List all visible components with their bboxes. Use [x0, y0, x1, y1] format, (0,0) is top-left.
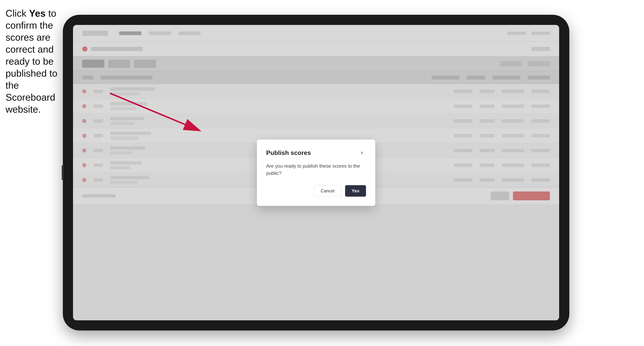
modal-body: Are you ready to publish these scores to…	[266, 163, 366, 177]
modal-title: Publish scores	[266, 149, 311, 156]
instruction-prefix: Click	[6, 8, 29, 19]
tablet-screen: Publish scores × Are you ready to publis…	[73, 25, 559, 320]
instruction-text: Click Yes to confirm the scores are corr…	[6, 7, 59, 115]
yes-button[interactable]: Yes	[345, 185, 366, 197]
modal-footer: Cancel Yes	[266, 185, 366, 197]
modal-header: Publish scores ×	[266, 149, 366, 157]
cancel-button[interactable]: Cancel	[314, 185, 342, 197]
modal-overlay: Publish scores × Are you ready to publis…	[73, 25, 559, 320]
tablet-side-button	[62, 165, 64, 180]
modal-close-button[interactable]: ×	[358, 149, 366, 157]
app-content: Publish scores × Are you ready to publis…	[73, 25, 559, 320]
instruction-bold: Yes	[29, 8, 46, 19]
modal-dialog: Publish scores × Are you ready to publis…	[257, 140, 375, 206]
tablet-device: Publish scores × Are you ready to publis…	[63, 15, 569, 331]
instruction-suffix: to confirm the scores are correct and re…	[6, 8, 57, 115]
